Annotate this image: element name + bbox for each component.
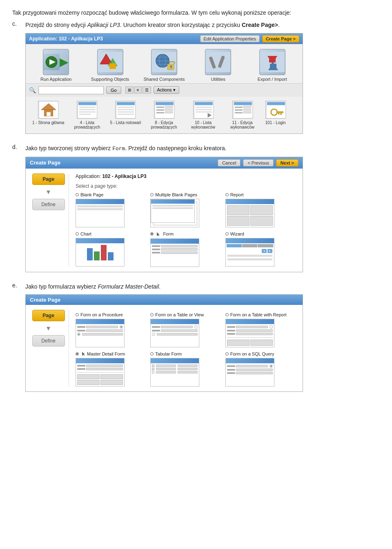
svg-rect-37 [118,109,134,110]
svg-rect-33 [79,113,91,115]
svg-rect-39 [118,113,134,115]
go-button[interactable]: Go [106,87,121,94]
svg-rect-49 [195,102,213,105]
form-label: Form [156,231,174,237]
svg-rect-67 [278,113,279,114]
page-thumb-1[interactable]: 1 - Strona główna [32,101,64,129]
page-type-multiple[interactable]: Multiple Blank Pages [150,192,221,227]
page-thumb-8[interactable]: 8 - Edycja prowadzących [148,101,180,129]
page-icon-4 [77,101,97,119]
create-page-dialog-title: Create Page [30,160,60,166]
svg-rect-58 [235,109,243,111]
master-detail-radio[interactable]: Master Detail Form [76,351,146,356]
svg-rect-44 [156,109,164,111]
page-type-report[interactable]: Report [225,192,296,227]
multiple-pages-radio[interactable]: Multiple Blank Pages [150,192,221,197]
chart-radio[interactable]: Chart [76,231,146,236]
wizard-radio[interactable]: Wizard [225,231,296,236]
cancel-button[interactable]: Cancel [218,159,241,167]
detail-view-button[interactable]: ☰ [143,87,151,93]
page-thumb-11[interactable]: 11 - Edycja wykonawców [226,101,259,129]
tabular-radio[interactable]: Tabular Form [150,351,221,356]
table-report-radio[interactable]: Form on a Table with Report [225,312,296,317]
list-view-button[interactable]: ≡ [134,87,142,93]
create-page-dialog-buttons: Cancel < Previous Next > [218,159,298,167]
svg-rect-41 [156,102,174,105]
sql-radio[interactable]: Form on a SQL Query [225,351,296,356]
run-application-icon-item[interactable]: Run Application [31,49,80,82]
shared-components-icon-item[interactable]: Shared Components [140,49,189,82]
create-page-button[interactable]: Create Page > [262,35,299,42]
app-header: Application: 102 - Aplikacja LP3 Edit Ap… [26,33,303,44]
sidebar-define-button[interactable]: Define [32,199,65,210]
form-on-procedure[interactable]: Form on a Procedure [76,312,146,347]
utilities-icon-item[interactable]: Utilities [194,49,243,82]
page-thumb-10[interactable]: 10 - Lista wykonawców [187,101,220,129]
page-thumb-4[interactable]: 4 - Lista prowadzących [71,101,103,129]
form-on-table-report[interactable]: Form on a Table with Report [225,312,296,347]
master-detail-thumb [76,358,125,387]
item-e-text1: Jako typ formularza wybierz [25,283,98,290]
page-thumb-5[interactable]: 5 - Lista notowań [110,101,141,129]
search-input[interactable] [38,86,104,94]
next-button[interactable]: Next > [276,159,298,167]
supporting-objects-icon-item[interactable]: Supporting Objects [86,49,135,82]
sidebar-arrow-icon: ▾ [47,187,50,196]
master-detail-label: Master Detail Form [81,351,125,356]
app-screenshot: Application: 102 - Aplikacja LP3 Edit Ap… [25,33,303,134]
svg-rect-23 [270,64,276,70]
svg-rect-15 [171,67,172,69]
table-radio[interactable]: Form on a Table or View [150,312,221,317]
dialog-app-info: Application: 102 - Aplikacja LP3 [76,173,296,179]
svg-rect-35 [117,102,135,105]
edit-app-button[interactable]: Edit Application Properties [200,35,260,42]
item-d-letter: d. [12,144,20,272]
svg-rect-66 [280,113,282,115]
form-sidebar-define-button[interactable]: Define [32,335,65,347]
sql-radio-indicator [225,352,229,356]
create-page-dialog-body: Page ▾ Define Application: 102 - Aplikac… [26,169,303,272]
page-type-chart[interactable]: Chart [76,231,146,267]
section-e: e. Jako typ formularza wybierz Formularz… [12,282,380,392]
form-type-grid: Form on a Procedure [76,312,296,387]
form-on-sql[interactable]: Form on a SQL Query [225,351,296,387]
form-radio[interactable]: Form [150,231,221,237]
item-c-italic: Aplikacji LP3 [87,22,120,28]
master-detail-cursor-icon [81,351,86,356]
item-c-period: . [278,22,280,28]
item-d-text2: . Przejdź do następnego kroku kreatora. [125,145,226,151]
grid-view-button[interactable]: ⊞ [125,87,134,93]
shared-components-icon [151,49,177,75]
svg-rect-61 [243,111,251,113]
report-radio[interactable]: Report [225,192,296,197]
svg-rect-63 [267,102,285,105]
tabular-form[interactable]: Tabular Form ✓ [150,351,221,387]
page-type-wizard[interactable]: Wizard [225,231,296,267]
master-detail-form[interactable]: Master Detail Form [76,351,146,387]
form-on-table[interactable]: Form on a Table or View [150,312,221,347]
table-radio-indicator [150,313,154,316]
blank-page-radio[interactable]: Blank Page [76,192,146,197]
page-type-blank[interactable]: Blank Page [76,192,146,227]
svg-rect-47 [165,111,173,113]
svg-rect-56 [235,107,243,108]
page-type-grid: Blank Page [76,192,296,267]
export-import-icon-item[interactable]: Export / Import [248,49,297,82]
procedure-radio[interactable]: Form on a Procedure [76,312,146,317]
form-sidebar-page-button[interactable]: Page [32,310,65,321]
table-thumb [150,319,199,347]
prev-button[interactable]: < Previous [243,159,273,167]
view-buttons: ⊞ ≡ ☰ [125,87,151,93]
actions-button[interactable]: Actions ▾ [154,86,179,94]
multiple-radio-indicator [150,193,154,196]
page-type-form[interactable]: Form [150,231,221,267]
dialog-app-name: 102 - Aplikacja LP3 [102,173,146,179]
page-icon-8 [154,101,174,119]
item-e-italic: Formularz Master-Detail [98,283,159,290]
sidebar-page-button[interactable]: Page [32,173,65,185]
procedure-radio-indicator [76,313,79,316]
page-thumb-101[interactable]: 101 - Login [265,101,286,129]
form-type-dialog-body: Page ▾ Define Form on a Procedure [26,305,303,391]
multiple-pages-thumb [150,199,199,227]
page-label-8: 8 - Edycja prowadzących [148,120,180,129]
